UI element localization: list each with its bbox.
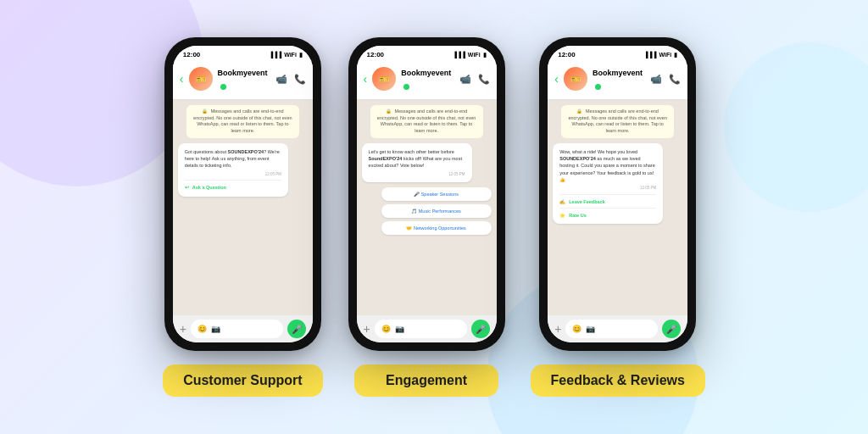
mic-button-2[interactable]: 🎤 <box>471 320 490 338</box>
ask-question-label: Ask a Question <box>192 184 226 191</box>
chat-input-icons-2: 😊 📷 <box>381 325 404 333</box>
option-music-performances[interactable]: 🎵 Music Performances <box>381 204 492 218</box>
status-time-1: 12:00 <box>183 51 200 58</box>
header-icons-1: 📹 📞 <box>275 74 306 85</box>
contact-name-1: Bookmyevent <box>218 69 268 77</box>
message-text-3: Wow, what a ride! We hope you loved SOUN… <box>559 149 655 182</box>
enc-text-3: Messages and calls are end-to-end encryp… <box>568 108 667 133</box>
wifi-icon-1: WiFi <box>284 52 297 58</box>
lock-icon-3: 🔒 <box>576 108 582 114</box>
enc-notice-2: 🔒 Messages and calls are end-to-end encr… <box>370 105 483 138</box>
lock-icon-1: 🔒 <box>202 108 208 114</box>
avatar-1: 🎫 <box>189 67 213 91</box>
battery-icon-1: ▮ <box>299 52 303 58</box>
chat-input-field-3[interactable]: 😊 📷 <box>565 320 658 338</box>
avatar-2: 🎫 <box>372 67 396 91</box>
wa-header-1: ‹ 🎫 Bookmyevent 📹 📞 <box>173 60 313 100</box>
option-speaker-sessions[interactable]: 🎤 Speaker Sessions <box>381 187 492 201</box>
phones-container: 12:00 ▐▐▐ WiFi ▮ ‹ 🎫 Bookmyevent <box>163 37 705 397</box>
phone-engagement: 12:00 ▐▐▐ WiFi ▮ ‹ 🎫 Bookmyevent <box>348 37 505 351</box>
phone-icon-3[interactable]: 📞 <box>669 74 681 85</box>
message-time-3: 12:05 PM <box>559 186 656 192</box>
phone-feedback: 12:00 ▐▐▐ WiFi ▮ ‹ 🎫 Bookmyevent <box>539 37 696 351</box>
phone-section-feedback: 12:00 ▐▐▐ WiFi ▮ ‹ 🎫 Bookmyevent <box>531 37 705 397</box>
message-bubble-2: Let's get to know each other better befo… <box>362 143 472 183</box>
label-customer-support: Customer Support <box>163 364 322 397</box>
chat-area-3: 🔒 Messages and calls are end-to-end encr… <box>548 100 687 315</box>
reply-icon-1: ↩ <box>185 184 189 191</box>
message-bubble-1: Got questions about SOUNDEXPO'24? We're … <box>178 143 288 197</box>
ask-question-button[interactable]: ↩ Ask a Question <box>185 180 281 191</box>
leave-feedback-button[interactable]: ✍️ Leave Feedback <box>559 194 656 205</box>
message-bubble-3: Wow, what a ride! We hope you loved SOUN… <box>553 143 663 225</box>
chat-area-1: 🔒 Messages and calls are end-to-end encr… <box>173 100 313 315</box>
contact-name-area-2: Bookmyevent <box>401 64 453 94</box>
online-indicator-1 <box>220 84 226 90</box>
phone-section-engagement: 12:00 ▐▐▐ WiFi ▮ ‹ 🎫 Bookmyevent <box>348 37 505 397</box>
emoji-icon-3[interactable]: 😊 <box>572 325 581 333</box>
contact-name-3: Bookmyevent <box>593 69 643 77</box>
plus-icon-1[interactable]: + <box>180 322 186 336</box>
label-feedback-reviews: Feedback & Reviews <box>531 364 705 397</box>
phone-customer-support: 12:00 ▐▐▐ WiFi ▮ ‹ 🎫 Bookmyevent <box>164 37 321 351</box>
chat-input-bar-3: + 😊 📷 🎤 <box>548 315 687 342</box>
chat-input-icons-1: 😊 📷 <box>198 325 220 333</box>
message-text-2: Let's get to know each other better befo… <box>369 149 462 169</box>
phone-icon-2[interactable]: 📞 <box>478 74 490 85</box>
chat-input-field-1[interactable]: 😊 📷 <box>191 320 283 338</box>
enc-text-2: Messages and calls are end-to-end encryp… <box>377 108 476 133</box>
phone-icon-1[interactable]: 📞 <box>294 74 306 85</box>
rate-us-label: Rate Us <box>569 212 586 219</box>
phone-section-customer-support: 12:00 ▐▐▐ WiFi ▮ ‹ 🎫 Bookmyevent <box>163 37 322 397</box>
battery-icon-2: ▮ <box>483 52 487 58</box>
wa-header-3: ‹ 🎫 Bookmyevent 📹 📞 <box>548 60 687 100</box>
star-icon: ⭐ <box>559 212 565 219</box>
chat-input-icons-3: 😊 📷 <box>572 325 595 333</box>
contact-name-area-1: Bookmyevent <box>218 64 270 94</box>
chat-input-field-2[interactable]: 😊 📷 <box>375 320 467 338</box>
online-indicator-2 <box>403 84 409 90</box>
camera-icon-3[interactable]: 📷 <box>586 325 595 333</box>
back-icon-1[interactable]: ‹ <box>180 72 184 86</box>
avatar-3: 🎫 <box>564 67 587 91</box>
chat-input-bar-2: + 😊 📷 🎤 <box>357 315 497 342</box>
header-icons-3: 📹 📞 <box>650 74 681 85</box>
camera-icon-2[interactable]: 📷 <box>395 325 404 333</box>
plus-icon-2[interactable]: + <box>364 322 370 336</box>
mic-button-3[interactable]: 🎤 <box>662 320 681 338</box>
contact-name-2: Bookmyevent <box>401 69 451 77</box>
emoji-icon-1[interactable]: 😊 <box>198 325 207 333</box>
message-time-1: 12:05 PM <box>185 172 281 178</box>
status-icons-3: ▐▐▐ WiFi ▮ <box>644 52 678 58</box>
signal-icon-2: ▐▐▐ <box>453 52 465 58</box>
video-icon-1[interactable]: 📹 <box>275 74 287 85</box>
mic-button-1[interactable]: 🎤 <box>287 320 306 338</box>
wifi-icon-2: WiFi <box>468 52 481 58</box>
rate-us-button[interactable]: ⭐ Rate Us <box>559 208 656 219</box>
option-networking[interactable]: 🤝 Networking Opportunities <box>381 221 492 235</box>
enc-text-1: Messages and calls are end-to-end encryp… <box>193 108 292 133</box>
emoji-icon-2[interactable]: 😊 <box>381 325 391 333</box>
camera-icon-1[interactable]: 📷 <box>211 325 220 333</box>
plus-icon-3[interactable]: + <box>554 322 561 336</box>
enc-notice-3: 🔒 Messages and calls are end-to-end encr… <box>561 105 674 138</box>
label-engagement: Engagement <box>354 364 498 397</box>
lock-icon-2: 🔒 <box>386 108 392 114</box>
status-bar-2: 12:00 ▐▐▐ WiFi ▮ <box>357 46 497 60</box>
back-icon-2[interactable]: ‹ <box>364 72 368 86</box>
status-bar-1: 12:00 ▐▐▐ WiFi ▮ <box>173 46 313 60</box>
chat-input-bar-1: + 😊 📷 🎤 <box>173 315 313 342</box>
video-icon-2[interactable]: 📹 <box>459 74 471 85</box>
leave-feedback-label: Leave Feedback <box>569 198 605 205</box>
wa-header-2: ‹ 🎫 Bookmyevent 📹 📞 <box>357 60 497 100</box>
signal-icon-1: ▐▐▐ <box>269 52 281 58</box>
chat-area-2: 🔒 Messages and calls are end-to-end encr… <box>357 100 497 315</box>
video-icon-3[interactable]: 📹 <box>650 74 662 85</box>
status-icons-2: ▐▐▐ WiFi ▮ <box>453 52 487 58</box>
message-time-2: 12:05 PM <box>369 172 465 178</box>
battery-icon-3: ▮ <box>674 52 677 58</box>
feedback-icon: ✍️ <box>559 198 565 205</box>
online-indicator-3 <box>595 84 601 90</box>
status-bar-3: 12:00 ▐▐▐ WiFi ▮ <box>548 46 687 60</box>
back-icon-3[interactable]: ‹ <box>554 72 559 86</box>
